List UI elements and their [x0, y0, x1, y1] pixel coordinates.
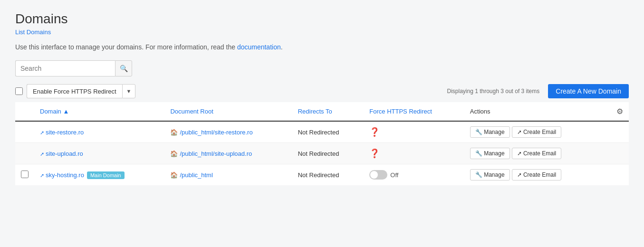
domain-link[interactable]: sky-hosting.ro	[46, 171, 84, 179]
chevron-down-icon: ▼	[126, 88, 132, 94]
domains-table: Domain ▲ Document Root Redirects To Forc…	[15, 102, 629, 185]
domain-link[interactable]: site-upload.ro	[46, 150, 83, 157]
td-actions: 🔧 Manage➚ Create Email	[464, 164, 604, 186]
toolbar-right: Displaying 1 through 3 out of 3 items Cr…	[447, 84, 629, 98]
table-body: ➚site-restore.ro🏠/public_html/site-resto…	[15, 121, 629, 185]
th-checkbox	[15, 102, 34, 121]
create-email-button[interactable]: ➚ Create Email	[512, 148, 562, 159]
toggle-container: Off	[369, 170, 459, 180]
enable-https-button[interactable]: Enable Force HTTPS Redirect	[27, 84, 122, 98]
create-new-domain-button[interactable]: Create A New Domain	[548, 84, 629, 98]
search-button[interactable]: 🔍	[115, 60, 132, 76]
th-force-https[interactable]: Force HTTPS Redirect	[364, 102, 464, 121]
search-icon: 🔍	[120, 65, 128, 72]
td-force-https: ❓	[364, 143, 464, 164]
th-domain[interactable]: Domain ▲	[34, 102, 164, 121]
table-header: Domain ▲ Document Root Redirects To Forc…	[15, 102, 629, 121]
breadcrumb[interactable]: List Domains	[15, 28, 629, 36]
external-link-icon: ➚	[40, 151, 44, 157]
th-gear[interactable]: ⚙	[604, 102, 629, 121]
search-row: 🔍	[15, 60, 629, 76]
create-email-button[interactable]: ➚ Create Email	[512, 126, 562, 138]
td-domain: ➚sky-hosting.roMain Domain	[34, 164, 164, 186]
td-actions: 🔧 Manage➚ Create Email	[464, 121, 604, 143]
td-doc-root: 🏠/public_html	[164, 164, 292, 186]
display-info: Displaying 1 through 3 out of 3 items	[447, 88, 539, 95]
td-doc-root: 🏠/public_html/site-restore.ro	[164, 121, 292, 143]
documentation-link[interactable]: documentation	[237, 43, 281, 51]
question-icon[interactable]: ❓	[369, 127, 380, 137]
external-link-icon: ➚	[40, 172, 44, 178]
home-icon: 🏠	[170, 129, 178, 136]
td-redirects-to: Not Redirected	[292, 164, 364, 186]
table-row: ➚site-restore.ro🏠/public_html/site-resto…	[15, 121, 629, 143]
gear-icon[interactable]: ⚙	[616, 107, 623, 115]
td-actions: 🔧 Manage➚ Create Email	[464, 143, 604, 164]
page-title: Domains	[15, 11, 629, 27]
question-icon[interactable]: ❓	[369, 149, 380, 158]
td-redirects-to: Not Redirected	[292, 121, 364, 143]
https-redirect-toggle[interactable]	[369, 170, 387, 180]
main-domain-badge: Main Domain	[87, 171, 125, 179]
description-text-before: Use this interface to manage your domain…	[15, 43, 237, 51]
page-description: Use this interface to manage your domain…	[15, 43, 629, 51]
doc-root-link[interactable]: /public_html/site-restore.ro	[180, 129, 252, 136]
select-all-checkbox[interactable]	[15, 87, 23, 95]
row-checkbox[interactable]	[21, 171, 29, 178]
td-force-https: ❓	[364, 121, 464, 143]
td-force-https: Off	[364, 164, 464, 186]
search-input[interactable]	[15, 60, 115, 76]
td-doc-root: 🏠/public_html/site-upload.ro	[164, 143, 292, 164]
domain-link[interactable]: site-restore.ro	[46, 129, 84, 136]
description-text-after: .	[281, 43, 283, 51]
enable-https-dropdown[interactable]: ▼	[122, 84, 136, 98]
td-empty	[604, 164, 629, 186]
home-icon: 🏠	[170, 171, 178, 179]
manage-button[interactable]: 🔧 Manage	[470, 148, 510, 159]
toolbar-left: Enable Force HTTPS Redirect ▼	[15, 84, 135, 98]
home-icon: 🏠	[170, 150, 178, 157]
td-redirects-to: Not Redirected	[292, 143, 364, 164]
table-row: ➚site-upload.ro🏠/public_html/site-upload…	[15, 143, 629, 164]
external-link-icon: ➚	[40, 130, 44, 135]
th-actions: Actions	[464, 102, 604, 121]
td-empty	[604, 121, 629, 143]
doc-root-link[interactable]: /public_html/site-upload.ro	[180, 150, 252, 157]
table-container: Domain ▲ Document Root Redirects To Forc…	[15, 102, 629, 185]
doc-root-link[interactable]: /public_html	[180, 171, 212, 179]
manage-button[interactable]: 🔧 Manage	[470, 169, 510, 180]
toolbar-row: Enable Force HTTPS Redirect ▼ Displaying…	[15, 84, 629, 98]
table-row: ➚sky-hosting.roMain Domain🏠/public_htmlN…	[15, 164, 629, 186]
manage-button[interactable]: 🔧 Manage	[470, 126, 510, 138]
td-domain: ➚site-restore.ro	[34, 121, 164, 143]
th-redirects-to[interactable]: Redirects To	[292, 102, 364, 121]
toggle-off-label: Off	[390, 171, 398, 179]
td-domain: ➚site-upload.ro	[34, 143, 164, 164]
create-email-button[interactable]: ➚ Create Email	[512, 169, 562, 180]
td-empty	[604, 143, 629, 164]
enable-https-split-button: Enable Force HTTPS Redirect ▼	[27, 84, 135, 98]
th-doc-root[interactable]: Document Root	[164, 102, 292, 121]
